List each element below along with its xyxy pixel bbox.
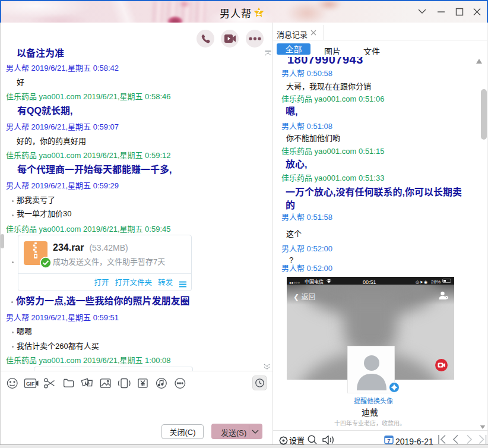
- svg-text:Z: Z: [257, 9, 261, 16]
- svg-text:7: 7: [387, 437, 390, 444]
- svg-text:GIF: GIF: [26, 381, 34, 387]
